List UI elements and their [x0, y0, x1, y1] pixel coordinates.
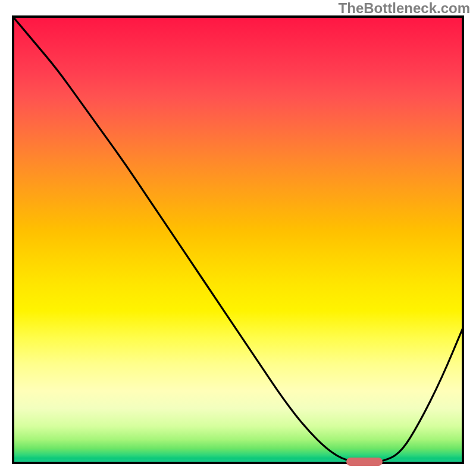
chart-container: TheBottleneck.com — [0, 0, 476, 476]
watermark-label: TheBottleneck.com — [339, 0, 470, 17]
plot-area — [12, 15, 464, 464]
optimal-range-marker — [346, 458, 383, 466]
